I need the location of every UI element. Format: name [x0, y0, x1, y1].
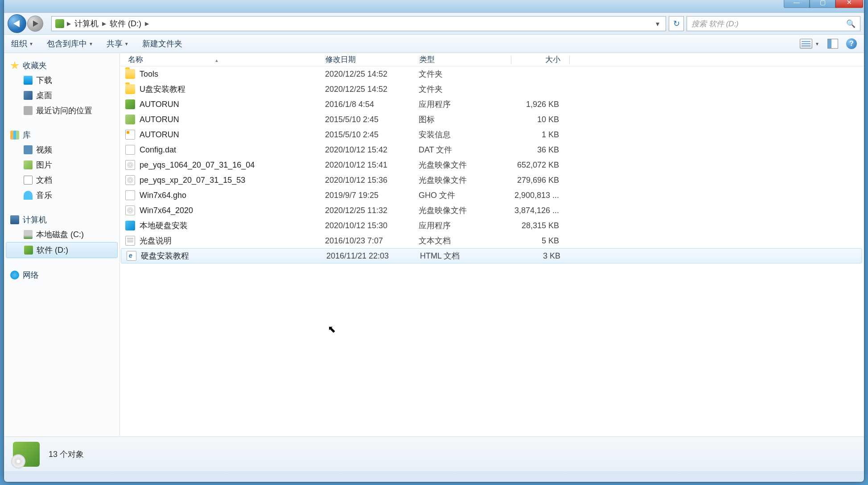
- ico-icon: [125, 115, 135, 124]
- file-date: 2020/10/12 15:30: [325, 221, 419, 230]
- file-size: 1 KB: [510, 130, 568, 140]
- search-placeholder: 搜索 软件 (D:): [691, 19, 739, 29]
- folder-icon: [125, 84, 135, 94]
- file-name: Config.dat: [140, 145, 176, 155]
- forward-arrow-icon: [33, 21, 38, 27]
- explorer-window: — ▢ ✕ ▶ 计算机 ▶ 软件 (D:) ▶ ▾ ↻ 搜索 软件 (D:) 🔍…: [4, 0, 864, 482]
- titlebar: — ▢ ✕: [4, 0, 864, 13]
- file-row[interactable]: Config.dat2020/10/12 15:42DAT 文件36 KB: [120, 142, 864, 157]
- maximize-button[interactable]: ▢: [810, 0, 835, 8]
- file-type: 应用程序: [419, 99, 510, 110]
- video-icon: [24, 145, 33, 154]
- file-type: DAT 文件: [419, 144, 510, 155]
- file-date: 2020/12/25 14:52: [325, 85, 419, 94]
- file-row[interactable]: AUTORUN2015/5/10 2:45图标10 KB: [120, 112, 864, 127]
- file-row[interactable]: Win7x64.gho2019/9/7 19:25GHO 文件2,900,813…: [120, 188, 864, 203]
- sidebar-item-downloads[interactable]: 下载: [4, 73, 119, 88]
- sidebar-network-header[interactable]: 网络: [4, 268, 119, 282]
- network-icon: [10, 271, 19, 279]
- breadcrumb-computer[interactable]: 计算机: [72, 18, 101, 29]
- file-type: 光盘映像文件: [419, 205, 510, 216]
- sidebar-favorites-header[interactable]: 收藏夹: [4, 58, 119, 73]
- file-row[interactable]: Tools2020/12/25 14:52文件夹: [120, 66, 864, 82]
- minimize-button[interactable]: —: [784, 0, 810, 8]
- file-row[interactable]: AUTORUN2016/1/8 4:54应用程序1,926 KB: [120, 97, 864, 112]
- body-area: 收藏夹 下载 桌面 最近访问的位置 库 视频 图片 文档 音乐 计算机 本地磁盘…: [4, 53, 864, 436]
- file-row[interactable]: pe_yqs_1064_20_07_31_16_042020/10/12 15:…: [120, 157, 864, 173]
- file-row[interactable]: pe_yqs_xp_20_07_31_15_532020/10/12 15:36…: [120, 173, 864, 188]
- preview-pane-button[interactable]: [827, 39, 838, 49]
- column-name[interactable]: 名称▲: [120, 54, 325, 65]
- search-box[interactable]: 搜索 软件 (D:) 🔍: [687, 16, 860, 31]
- navigation-sidebar: 收藏夹 下载 桌面 最近访问的位置 库 视频 图片 文档 音乐 计算机 本地磁盘…: [4, 53, 120, 436]
- download-icon: [24, 76, 33, 85]
- sidebar-item-desktop[interactable]: 桌面: [4, 88, 119, 103]
- new-folder-button[interactable]: 新建文件夹: [142, 38, 182, 49]
- share-button[interactable]: 共享▼: [107, 38, 129, 49]
- close-button[interactable]: ✕: [835, 0, 863, 8]
- refresh-button[interactable]: ↻: [669, 16, 684, 31]
- back-button[interactable]: [8, 14, 26, 33]
- toolbar: 组织▼ 包含到库中▼ 共享▼ 新建文件夹 ▼ ?: [4, 34, 864, 53]
- view-dropdown-icon[interactable]: ▼: [815, 41, 819, 46]
- nav-buttons: [8, 14, 43, 33]
- sidebar-item-videos[interactable]: 视频: [4, 142, 119, 157]
- crumb-arrow-icon: ▶: [66, 21, 72, 27]
- sidebar-item-pictures[interactable]: 图片: [4, 157, 119, 173]
- file-size: 279,696 KB: [510, 176, 568, 185]
- txt-icon: [125, 236, 135, 246]
- column-size[interactable]: 大小: [511, 54, 569, 65]
- document-icon: [24, 176, 33, 185]
- star-icon: [10, 61, 19, 70]
- file-row[interactable]: 硬盘安装教程2016/11/21 22:03HTML 文档3 KB: [121, 248, 862, 263]
- file-type: 光盘映像文件: [419, 175, 510, 185]
- sidebar-computer-header[interactable]: 计算机: [4, 213, 119, 227]
- status-drive-icon: [13, 442, 40, 467]
- file-row[interactable]: U盘安装教程2020/12/25 14:52文件夹: [120, 82, 864, 97]
- file-row[interactable]: 本地硬盘安装2020/10/12 15:30应用程序28,315 KB: [120, 218, 864, 233]
- folder-icon: [125, 69, 135, 79]
- file-name: pe_yqs_1064_20_07_31_16_04: [140, 160, 255, 170]
- view-mode-button[interactable]: [800, 39, 812, 49]
- file-date: 2016/1/8 4:54: [325, 100, 419, 109]
- file-date: 2015/5/10 2:45: [325, 130, 419, 140]
- sidebar-item-drive-d[interactable]: 软件 (D:): [6, 242, 118, 258]
- help-button[interactable]: ?: [846, 38, 857, 49]
- address-bar[interactable]: ▶ 计算机 ▶ 软件 (D:) ▶ ▾: [51, 16, 666, 31]
- column-type[interactable]: 类型: [420, 54, 511, 65]
- back-arrow-icon: [13, 20, 20, 27]
- iso-icon: [125, 160, 135, 170]
- file-row[interactable]: Win7x64_20202020/12/25 11:32光盘映像文件3,874,…: [120, 203, 864, 218]
- recent-icon: [24, 106, 33, 115]
- status-text: 13 个对象: [49, 449, 84, 460]
- forward-button[interactable]: [27, 16, 43, 32]
- file-date: 2015/5/10 2:45: [325, 115, 419, 124]
- organize-button[interactable]: 组织▼: [11, 38, 33, 49]
- file-type: GHO 文件: [419, 190, 510, 201]
- breadcrumb-drive[interactable]: 软件 (D:): [107, 18, 144, 29]
- file-name: U盘安装教程: [140, 84, 185, 95]
- sidebar-libraries-header[interactable]: 库: [4, 128, 119, 142]
- file-type: 图标: [419, 114, 510, 125]
- file-size: 3,874,126 ...: [510, 206, 568, 215]
- include-library-button[interactable]: 包含到库中▼: [47, 38, 93, 49]
- dat-icon: [125, 145, 135, 155]
- file-row[interactable]: 光盘说明2016/10/23 7:07文本文档5 KB: [120, 233, 864, 248]
- file-row[interactable]: AUTORUN2015/5/10 2:45安装信息1 KB: [120, 127, 864, 142]
- address-dropdown[interactable]: ▾: [651, 20, 664, 28]
- sidebar-item-recent[interactable]: 最近访问的位置: [4, 103, 119, 118]
- exe-icon: [125, 99, 135, 109]
- sidebar-item-music[interactable]: 音乐: [4, 188, 119, 203]
- column-headers: 名称▲ 修改日期 类型 大小: [120, 53, 864, 66]
- html-icon: [127, 251, 136, 261]
- file-date: 2020/10/12 15:42: [325, 145, 419, 155]
- navigation-bar: ▶ 计算机 ▶ 软件 (D:) ▶ ▾ ↻ 搜索 软件 (D:) 🔍: [4, 13, 864, 34]
- search-icon: 🔍: [846, 19, 856, 29]
- column-date[interactable]: 修改日期: [325, 54, 419, 65]
- file-type: 光盘映像文件: [419, 160, 510, 170]
- sidebar-item-drive-c[interactable]: 本地磁盘 (C:): [4, 227, 119, 242]
- sidebar-item-documents[interactable]: 文档: [4, 173, 119, 188]
- crumb-arrow-icon: ▶: [144, 21, 150, 27]
- drive-d-icon: [24, 246, 33, 255]
- inst-icon: [125, 221, 135, 230]
